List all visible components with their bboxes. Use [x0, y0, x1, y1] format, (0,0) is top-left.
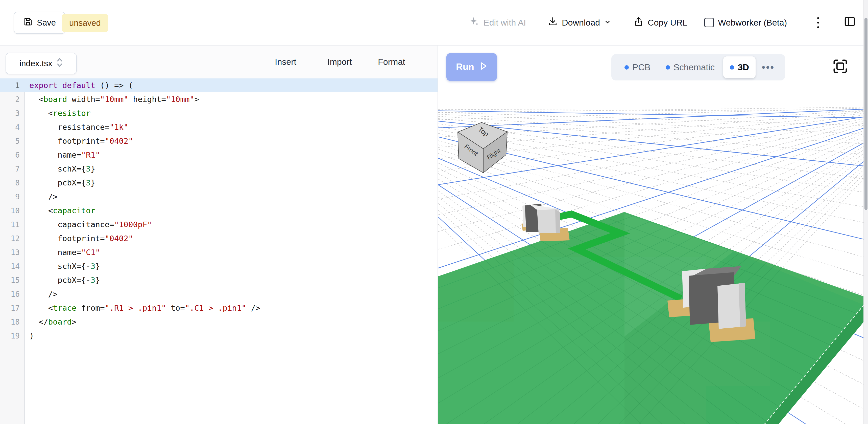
- code-line[interactable]: 7 schX={3}: [0, 162, 437, 176]
- view-tab-group: PCBSchematic3D•••: [611, 54, 785, 80]
- sidebar-panel-toggle-button[interactable]: [843, 0, 857, 45]
- code-line[interactable]: 6 name="R1": [0, 148, 437, 162]
- import-button[interactable]: Import: [328, 45, 352, 78]
- code-text: <resistor: [24, 106, 91, 120]
- code-text: capacitance="1000pF": [24, 218, 152, 231]
- 3d-preview-panel: Top Front Right Run PCBSchematic3D•••: [437, 45, 864, 424]
- code-line[interactable]: 18 </board>: [0, 315, 437, 329]
- code-text: ): [24, 329, 34, 343]
- filename-label: index.tsx: [20, 59, 52, 68]
- fullscreen-icon: [832, 71, 848, 75]
- view-tab-3d[interactable]: 3D: [723, 56, 755, 78]
- code-text: resistance="1k": [24, 120, 128, 134]
- webworker-label: Webworker (Beta): [718, 18, 787, 28]
- line-number: 12: [0, 231, 24, 246]
- copy-url-label: Copy URL: [648, 18, 687, 28]
- sparkles-icon: [469, 17, 479, 29]
- line-number: 11: [0, 218, 24, 231]
- line-number: 5: [0, 134, 24, 148]
- code-line[interactable]: 19): [0, 329, 437, 343]
- code-line[interactable]: 4 resistance="1k": [0, 120, 437, 134]
- download-button[interactable]: Download: [548, 0, 611, 45]
- code-line[interactable]: 1export default () => (: [0, 78, 437, 92]
- capacitor-c1[interactable]: [521, 204, 570, 242]
- webworker-checkbox[interactable]: [704, 18, 714, 27]
- panel-left-icon: [844, 16, 856, 30]
- code-line[interactable]: 17 <trace from=".R1 > .pin1" to=".C1 > .…: [0, 301, 437, 315]
- code-text: name="R1": [24, 148, 100, 162]
- webworker-toggle[interactable]: Webworker (Beta): [704, 0, 787, 45]
- code-area[interactable]: 1export default () => (2 <board width="1…: [0, 78, 437, 424]
- tab-dot-icon: [665, 65, 670, 69]
- code-text: pcbX={3}: [24, 176, 95, 190]
- line-number: 18: [0, 315, 24, 329]
- line-number: 10: [0, 204, 24, 218]
- page-scrollbar[interactable]: [864, 0, 868, 424]
- kebab-icon: [817, 17, 819, 28]
- code-line[interactable]: 2 <board width="10mm" height="10mm">: [0, 92, 437, 106]
- view-tab-pcb[interactable]: PCB: [618, 56, 657, 78]
- edit-with-ai-button[interactable]: Edit with AI: [469, 0, 526, 45]
- save-icon: [23, 17, 33, 29]
- view-tab-schematic[interactable]: Schematic: [659, 56, 721, 78]
- tab-label: Schematic: [674, 62, 715, 72]
- run-button[interactable]: Run: [446, 53, 497, 81]
- pcb-board[interactable]: [438, 112, 864, 424]
- share-icon: [633, 17, 644, 29]
- line-number: 1: [0, 78, 24, 92]
- code-line[interactable]: 16 />: [0, 287, 437, 301]
- code-line[interactable]: 8 pcbX={3}: [0, 176, 437, 190]
- code-line[interactable]: 13 name="C1": [0, 246, 437, 259]
- line-number: 2: [0, 92, 24, 106]
- line-number: 14: [0, 259, 24, 273]
- code-line[interactable]: 3 <resistor: [0, 106, 437, 120]
- copy-url-button[interactable]: Copy URL: [633, 0, 687, 45]
- code-line[interactable]: 11 capacitance="1000pF": [0, 218, 437, 231]
- code-text: name="C1": [24, 246, 100, 259]
- run-label: Run: [456, 62, 474, 72]
- tab-dot-icon: [624, 65, 629, 69]
- save-button[interactable]: Save: [13, 11, 65, 34]
- code-text: schX={3}: [24, 162, 95, 176]
- code-text: <trace from=".R1 > .pin1" to=".C1 > .pin…: [24, 301, 260, 315]
- code-text: pcbX={-3}: [24, 273, 100, 287]
- top-header: Save unsaved Edit with AI Download Copy: [0, 0, 868, 46]
- line-number: 4: [0, 120, 24, 134]
- code-text: <board width="10mm" height="10mm">: [24, 92, 199, 106]
- code-text: <capacitor: [24, 204, 95, 218]
- editor-toolbar: index.tsx Insert Import Format: [0, 45, 437, 79]
- save-label: Save: [37, 18, 56, 28]
- tab-dot-icon: [730, 65, 734, 69]
- code-text: />: [24, 287, 58, 301]
- code-line[interactable]: 14 schX={-3}: [0, 259, 437, 273]
- code-line[interactable]: 10 <capacitor: [0, 204, 437, 218]
- line-number: 16: [0, 287, 24, 301]
- code-text: />: [24, 190, 58, 204]
- insert-button[interactable]: Insert: [275, 45, 296, 78]
- line-number: 19: [0, 329, 24, 343]
- file-selector[interactable]: index.tsx: [5, 53, 77, 74]
- code-text: export default () => (: [24, 78, 133, 92]
- line-number: 17: [0, 301, 24, 315]
- orientation-cube[interactable]: Top Front Right: [458, 122, 507, 173]
- code-line[interactable]: 5 footprint="0402": [0, 134, 437, 148]
- more-options-kebab-button[interactable]: [813, 0, 823, 45]
- line-number: 8: [0, 176, 24, 190]
- fullscreen-button[interactable]: [832, 58, 848, 74]
- chevron-down-icon: [604, 18, 611, 28]
- code-text: schX={-3}: [24, 259, 100, 273]
- download-label: Download: [562, 18, 600, 28]
- unsaved-status-badge: unsaved: [62, 14, 108, 32]
- code-line[interactable]: 12 footprint="0402": [0, 231, 437, 246]
- scrollbar-thumb[interactable]: [865, 18, 868, 210]
- tab-label: PCB: [632, 62, 651, 72]
- line-number: 6: [0, 148, 24, 162]
- more-views-button[interactable]: •••: [757, 62, 779, 73]
- code-lines: 1export default () => (2 <board width="1…: [0, 78, 437, 343]
- edit-with-ai-label: Edit with AI: [484, 18, 526, 28]
- code-line[interactable]: 9 />: [0, 190, 437, 204]
- code-line[interactable]: 15 pcbX={-3}: [0, 273, 437, 287]
- pcb-3d-viewport[interactable]: Top Front Right: [438, 45, 864, 424]
- play-icon: [480, 62, 487, 73]
- format-button[interactable]: Format: [378, 45, 405, 78]
